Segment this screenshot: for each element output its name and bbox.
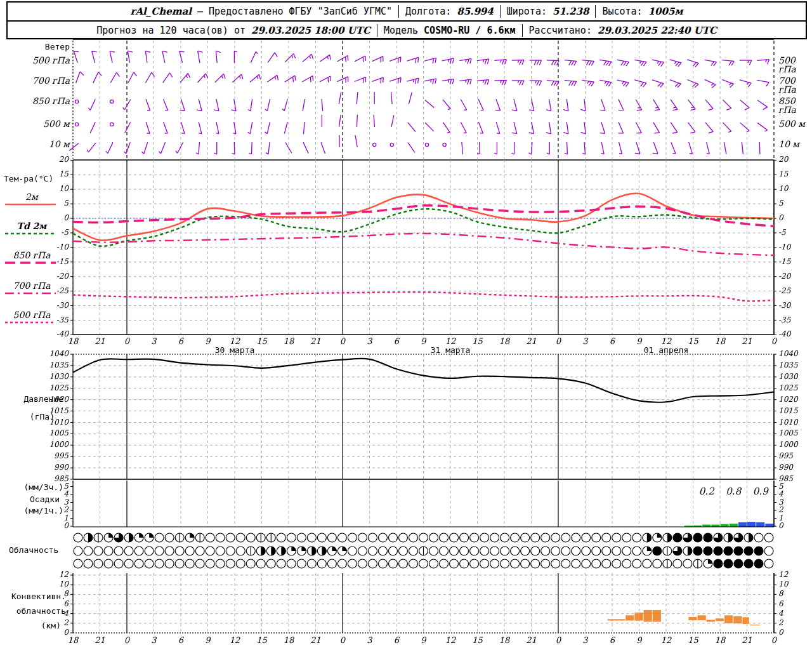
meteogram-canvas: [0, 0, 812, 650]
meteogram-page: rAl_Chemal — Предоставлено ФГБУ "ЗапСиб …: [0, 0, 812, 650]
